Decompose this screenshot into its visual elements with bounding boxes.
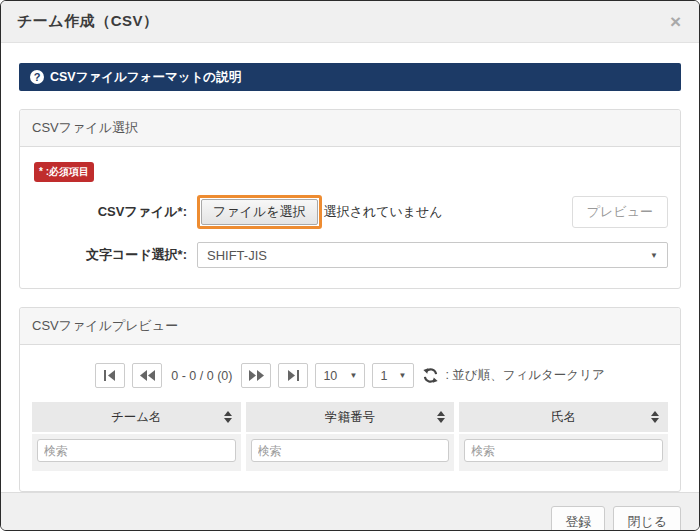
dialog-footer: 登録 閉じる bbox=[1, 492, 699, 531]
prev-page-icon bbox=[140, 370, 155, 381]
refresh-button[interactable] bbox=[423, 368, 438, 383]
sort-icon[interactable] bbox=[437, 411, 445, 423]
column-student-id: 学籍番号 bbox=[246, 402, 455, 471]
chevron-down-icon: ▼ bbox=[350, 371, 358, 380]
page-number-select[interactable]: 1 ▼ bbox=[372, 363, 414, 388]
encoding-selected-value: SHIFT-JIS bbox=[207, 248, 267, 263]
first-page-button[interactable] bbox=[95, 363, 125, 388]
team-name-search-input[interactable] bbox=[37, 439, 236, 462]
csv-format-help-bar[interactable]: ? CSVファイルフォーマットの説明 bbox=[19, 63, 681, 91]
csv-file-row: CSVファイル*: ファイルを選択 選択されていません プレビュー bbox=[32, 195, 668, 229]
chevron-down-icon: ▼ bbox=[650, 251, 658, 260]
team-create-csv-dialog: チーム作成（CSV） × ? CSVファイルフォーマットの説明 CSVファイル選… bbox=[0, 0, 700, 531]
csv-file-select-content: * :必須項目 CSVファイル*: ファイルを選択 選択されていません プレビュ… bbox=[20, 147, 680, 288]
last-page-icon bbox=[287, 370, 299, 381]
column-header-full-name[interactable]: 氏名 bbox=[459, 402, 668, 432]
register-button[interactable]: 登録 bbox=[551, 506, 605, 531]
column-label: 学籍番号 bbox=[325, 409, 375, 426]
close-button[interactable]: 閉じる bbox=[613, 506, 681, 531]
preview-button[interactable]: プレビュー bbox=[572, 196, 668, 228]
csv-file-select-section: CSVファイル選択 * :必須項目 CSVファイル*: ファイルを選択 選択され… bbox=[19, 109, 681, 289]
column-team-name: チーム名 bbox=[32, 402, 241, 471]
chevron-down-icon: ▼ bbox=[399, 371, 407, 380]
close-icon[interactable]: × bbox=[668, 12, 683, 31]
column-header-team-name[interactable]: チーム名 bbox=[32, 402, 241, 432]
column-full-name: 氏名 bbox=[459, 402, 668, 471]
full-name-search-input[interactable] bbox=[464, 439, 663, 462]
next-page-button[interactable] bbox=[241, 363, 271, 388]
dialog-title-bar: チーム作成（CSV） × bbox=[1, 1, 699, 43]
filter-cell bbox=[246, 434, 455, 471]
encoding-label: 文字コード選択*: bbox=[32, 246, 197, 264]
refresh-icon bbox=[423, 368, 438, 383]
prev-page-button[interactable] bbox=[132, 363, 162, 388]
encoding-select[interactable]: SHIFT-JIS ▼ bbox=[197, 242, 668, 268]
preview-table: チーム名 学籍番号 bbox=[32, 402, 668, 471]
pager: 0 - 0 / 0 (0) 10 bbox=[32, 363, 668, 388]
sort-icon[interactable] bbox=[651, 411, 659, 423]
page-size-select[interactable]: 10 ▼ bbox=[315, 363, 365, 388]
csv-file-select-header: CSVファイル選択 bbox=[20, 110, 680, 147]
first-page-icon bbox=[104, 370, 116, 381]
sort-icon[interactable] bbox=[224, 411, 232, 423]
choose-file-button[interactable]: ファイルを選択 bbox=[201, 199, 318, 225]
csv-preview-section: CSVファイルプレビュー bbox=[19, 307, 681, 492]
question-circle-icon: ? bbox=[30, 70, 44, 84]
page-number-value: 1 bbox=[380, 369, 387, 383]
column-label: 氏名 bbox=[551, 409, 576, 426]
dialog-body: ? CSVファイルフォーマットの説明 CSVファイル選択 * :必須項目 CSV… bbox=[1, 43, 699, 492]
column-header-student-id[interactable]: 学籍番号 bbox=[246, 402, 455, 432]
column-label: チーム名 bbox=[111, 409, 162, 426]
filter-cell bbox=[32, 434, 241, 471]
csv-preview-content: 0 - 0 / 0 (0) 10 bbox=[20, 345, 680, 491]
csv-file-label: CSVファイル*: bbox=[32, 203, 197, 221]
filter-cell bbox=[459, 434, 668, 471]
file-button-highlight-ring: ファイルを選択 bbox=[197, 195, 322, 229]
csv-preview-header: CSVファイルプレビュー bbox=[20, 308, 680, 345]
encoding-row: 文字コード選択*: SHIFT-JIS ▼ bbox=[32, 242, 668, 268]
pager-range-text: 0 - 0 / 0 (0) bbox=[171, 369, 232, 383]
csv-format-help-label: CSVファイルフォーマットの説明 bbox=[50, 69, 241, 86]
file-status-text: 選択されていません bbox=[324, 203, 443, 221]
required-badge: * :必須項目 bbox=[34, 162, 94, 182]
pager-hint-text: : 並び順、フィルタークリア bbox=[445, 367, 604, 384]
dialog-title: チーム作成（CSV） bbox=[17, 12, 159, 31]
student-id-search-input[interactable] bbox=[251, 439, 450, 462]
page-size-value: 10 bbox=[323, 369, 337, 383]
last-page-button[interactable] bbox=[278, 363, 308, 388]
next-page-icon bbox=[249, 370, 264, 381]
